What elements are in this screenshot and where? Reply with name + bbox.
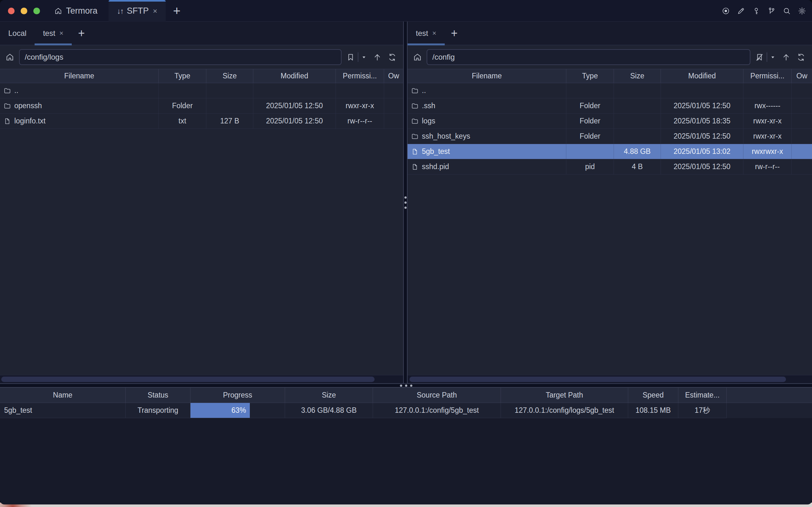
pane-tab-local[interactable]: Local <box>0 21 35 45</box>
pane-tab-test[interactable]: test × <box>408 21 445 45</box>
pane-tab-label: test <box>43 29 55 38</box>
filename-label: 5gb_test <box>422 147 450 156</box>
file-cell <box>792 159 812 174</box>
bookmark-icon[interactable] <box>346 53 355 62</box>
file-cell: Folder <box>159 98 206 113</box>
file-row-logs[interactable]: logsFolder2025/01/05 18:35rwxr-xr-x <box>408 114 812 129</box>
right-pane-tabs: test × + <box>408 21 812 45</box>
file-cell: rw-r--r-- <box>744 159 792 174</box>
arrow-up-icon[interactable] <box>373 53 382 62</box>
splitter-grip-dot <box>404 207 407 209</box>
file-cell: 2025/01/05 12:50 <box>661 129 744 144</box>
file-cell: rwxr-xr-x <box>744 129 792 144</box>
path-input[interactable]: /config/logs <box>19 49 341 65</box>
refresh-icon[interactable] <box>797 53 806 62</box>
column-header-size[interactable]: Size <box>206 69 253 83</box>
file-cell: 2025/01/05 12:50 <box>253 98 336 113</box>
edit-icon[interactable] <box>737 7 745 15</box>
add-pane-tab-button[interactable]: + <box>72 21 91 45</box>
caret-down-icon[interactable] <box>362 55 366 60</box>
refresh-icon[interactable] <box>388 53 397 62</box>
filename-label: .. <box>14 86 18 95</box>
home-icon[interactable] <box>5 52 15 62</box>
transfer-source-path: 127.0.0.1:/config/5gb_test <box>373 403 501 418</box>
file-row-openssh[interactable]: opensshFolder2025/01/05 12:50rwxr-xr-x <box>0 98 403 114</box>
column-header-type[interactable]: Type <box>159 69 206 83</box>
path-input[interactable]: /config <box>427 49 750 65</box>
left-path-toolbar: /config/logs <box>0 45 403 69</box>
record-icon[interactable] <box>721 7 730 15</box>
file-cell: logs <box>408 114 566 128</box>
left-table-header: Filename Type Size Modified Permissi... … <box>0 69 403 83</box>
minimize-window-button[interactable] <box>21 8 27 14</box>
file-row-5gb_test[interactable]: 5gb_test4.88 GB2025/01/05 13:02rwxrwxr-x <box>408 144 812 159</box>
close-icon[interactable]: × <box>153 7 157 15</box>
file-row-ssh_host_keys[interactable]: ssh_host_keysFolder2025/01/05 12:50rwxr-… <box>408 129 812 144</box>
transfer-row-5gb_test[interactable]: 5gb_testTransporting63%3.06 GB/4.88 GB12… <box>0 403 812 418</box>
column-header-size[interactable]: Size <box>285 388 373 403</box>
vertical-splitter[interactable] <box>403 21 408 383</box>
file-row-..[interactable]: .. <box>408 83 812 98</box>
column-header-target-path[interactable]: Target Path <box>501 388 628 403</box>
tab-termora[interactable]: Termora <box>54 0 98 21</box>
folder-icon <box>3 102 11 110</box>
transfers-table-header: Name Status Progress Size Source Path Ta… <box>0 388 812 403</box>
close-window-button[interactable] <box>8 8 15 14</box>
file-cell <box>792 129 812 144</box>
file-row-loginfo.txt[interactable]: loginfo.txttxt127 B2025/01/05 12:50rw-r-… <box>0 114 403 129</box>
column-header-permissions[interactable]: Permissi... <box>744 69 792 83</box>
file-row-.ssh[interactable]: .sshFolder2025/01/05 12:50rwx------ <box>408 98 812 114</box>
settings-gear-icon[interactable] <box>798 7 806 15</box>
file-cell <box>253 83 336 98</box>
column-header-status[interactable]: Status <box>126 388 191 403</box>
file-row-..[interactable]: .. <box>0 83 403 98</box>
key-icon[interactable] <box>752 7 761 15</box>
file-cell <box>614 98 661 113</box>
right-path-toolbar: /config <box>408 45 812 69</box>
bookmark-slash-icon[interactable] <box>755 53 764 62</box>
column-header-permissions[interactable]: Permissi... <box>336 69 384 83</box>
right-table-header: Filename Type Size Modified Permissi... … <box>408 69 812 83</box>
pane-tab-test[interactable]: test × <box>35 21 72 45</box>
file-cell: 2025/01/05 13:02 <box>661 144 744 159</box>
transfer-filler <box>726 403 812 418</box>
tab-sftp[interactable]: ↓↑ SFTP × <box>109 0 166 22</box>
transfer-estimate: 17秒 <box>679 403 726 418</box>
horizontal-splitter[interactable] <box>0 383 812 388</box>
pane-tab-label: test <box>416 29 428 38</box>
arrow-up-icon[interactable] <box>781 53 791 62</box>
new-window-tab-button[interactable]: + <box>168 0 185 21</box>
column-header-type[interactable]: Type <box>566 69 614 83</box>
left-file-pane: Local test × + /config/logs <box>0 21 403 383</box>
column-header-size[interactable]: Size <box>614 69 661 83</box>
zoom-window-button[interactable] <box>33 8 40 14</box>
close-icon[interactable]: × <box>432 29 436 38</box>
home-icon[interactable] <box>413 52 422 62</box>
add-pane-tab-button[interactable]: + <box>445 21 464 45</box>
search-icon[interactable] <box>782 7 791 15</box>
right-hscrollbar-thumb[interactable] <box>410 377 786 382</box>
file-row-sshd.pid[interactable]: sshd.pidpid4 B2025/01/05 12:50rw-r--r-- <box>408 159 812 174</box>
caret-down-icon[interactable] <box>770 55 775 60</box>
file-cell <box>384 98 403 113</box>
column-header-progress[interactable]: Progress <box>191 388 285 403</box>
file-cell <box>566 144 614 159</box>
column-header-name[interactable]: Name <box>0 388 126 403</box>
column-header-speed[interactable]: Speed <box>628 388 679 403</box>
right-path-tools <box>755 52 806 62</box>
column-header-owner[interactable]: Ow <box>384 69 403 83</box>
column-header-estimate[interactable]: Estimate... <box>679 388 726 403</box>
branch-icon[interactable] <box>767 7 776 15</box>
close-icon[interactable]: × <box>59 29 63 38</box>
left-hscrollbar-thumb[interactable] <box>1 377 375 382</box>
column-header-modified[interactable]: Modified <box>661 69 744 83</box>
column-header-filename[interactable]: Filename <box>408 69 566 83</box>
filename-label: openssh <box>14 102 42 110</box>
column-header-filename[interactable]: Filename <box>0 69 159 83</box>
file-cell: rwxrwxr-x <box>744 144 792 159</box>
column-header-modified[interactable]: Modified <box>253 69 336 83</box>
column-header-owner[interactable]: Ow <box>792 69 812 83</box>
file-cell <box>614 129 661 144</box>
column-header-source-path[interactable]: Source Path <box>373 388 501 403</box>
home-icon <box>54 7 62 15</box>
